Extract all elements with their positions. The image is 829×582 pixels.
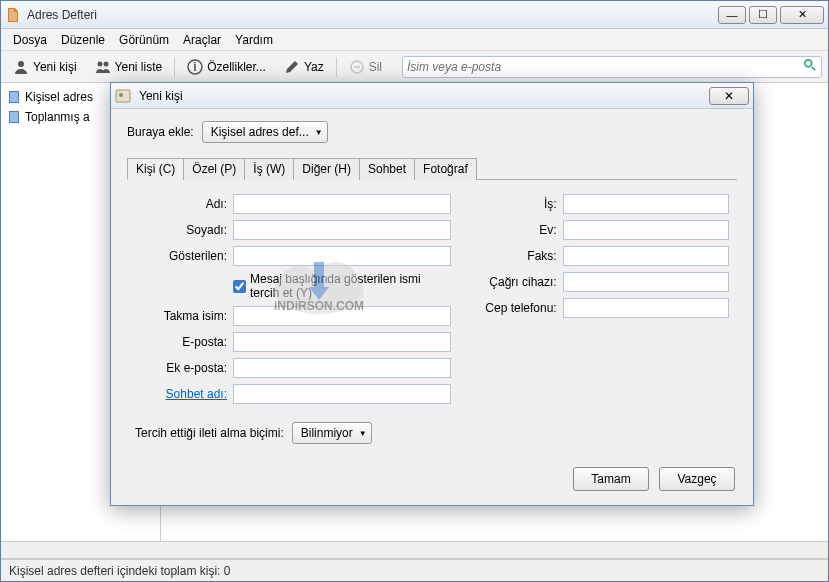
email2-label: Ek e-posta: — [135, 361, 227, 375]
svg-point-1 — [97, 61, 102, 66]
first-name-field[interactable] — [233, 194, 451, 214]
fax-field[interactable] — [563, 246, 729, 266]
search-box[interactable] — [402, 56, 822, 78]
work-phone-field[interactable] — [563, 194, 729, 214]
menu-file[interactable]: Dosya — [7, 31, 53, 49]
prefer-display-checkbox[interactable] — [233, 280, 246, 293]
delete-button[interactable]: Sil — [343, 57, 388, 77]
write-label: Yaz — [304, 60, 324, 74]
last-name-field[interactable] — [233, 220, 451, 240]
new-contact-button[interactable]: Yeni kişi — [7, 57, 83, 77]
status-text: Kişisel adres defteri içindeki toplam ki… — [9, 564, 230, 578]
svg-rect-11 — [116, 90, 130, 102]
tab-work[interactable]: İş (W) — [244, 158, 294, 180]
main-titlebar: Adres Defteri — ☐ ✕ — [1, 1, 828, 29]
form-area: Adı: Soyadı: Gösterilen: Mesaj başlığınd… — [127, 180, 737, 412]
dialog-titlebar: Yeni kişi ✕ — [111, 83, 753, 109]
minimize-button[interactable]: — — [718, 6, 746, 24]
window-title: Adres Defteri — [27, 8, 718, 22]
tabs: Kişi (C) Özel (P) İş (W) Diğer (H) Sohbe… — [127, 157, 737, 180]
last-name-label: Soyadı: — [135, 223, 227, 237]
sidebar-item-label: Kişisel adres — [25, 90, 93, 104]
format-row: Tercih ettiği ileti alma biçimi: Bilinmi… — [135, 422, 737, 444]
maximize-button[interactable]: ☐ — [749, 6, 777, 24]
ok-button[interactable]: Tamam — [573, 467, 649, 491]
write-button[interactable]: Yaz — [278, 57, 330, 77]
cancel-button[interactable]: Vazgeç — [659, 467, 735, 491]
delete-label: Sil — [369, 60, 382, 74]
properties-label: Özellikler... — [207, 60, 266, 74]
home-phone-label: Ev: — [471, 223, 557, 237]
svg-point-6 — [805, 60, 812, 67]
nickname-field[interactable] — [233, 306, 451, 326]
tab-other[interactable]: Diğer (H) — [293, 158, 360, 180]
chat-name-label[interactable]: Sohbet adı: — [135, 387, 227, 401]
new-list-button[interactable]: Yeni liste — [89, 57, 169, 77]
display-name-label: Gösterilen: — [135, 249, 227, 263]
tab-contact[interactable]: Kişi (C) — [127, 158, 184, 180]
format-dropdown[interactable]: Bilinmiyor ▼ — [292, 422, 372, 444]
pencil-icon — [284, 59, 300, 75]
people-icon — [95, 59, 111, 75]
right-column: İş: Ev: Faks: Çağrı cihazı: Cep telefonu… — [471, 194, 729, 404]
new-contact-label: Yeni kişi — [33, 60, 77, 74]
svg-point-12 — [119, 93, 123, 97]
separator — [174, 57, 175, 77]
chat-name-field[interactable] — [233, 384, 451, 404]
info-icon: i — [187, 59, 203, 75]
search-input[interactable] — [407, 60, 803, 74]
new-contact-dialog: Yeni kişi ✕ Buraya ekle: Kişisel adres d… — [110, 82, 754, 506]
format-label: Tercih ettiği ileti alma biçimi: — [135, 426, 284, 440]
properties-button[interactable]: i Özellikler... — [181, 57, 272, 77]
add-to-dropdown[interactable]: Kişisel adres def... ▼ — [202, 121, 328, 143]
window-controls: — ☐ ✕ — [718, 6, 824, 24]
book-icon — [7, 110, 21, 124]
contact-icon — [115, 88, 131, 104]
work-phone-label: İş: — [471, 197, 557, 211]
add-to-row: Buraya ekle: Kişisel adres def... ▼ — [127, 121, 737, 143]
search-icon[interactable] — [803, 58, 817, 75]
dialog-title: Yeni kişi — [139, 89, 709, 103]
person-icon — [13, 59, 29, 75]
mobile-label: Cep telefonu: — [471, 301, 557, 315]
add-to-label: Buraya ekle: — [127, 125, 194, 139]
separator — [336, 57, 337, 77]
pager-label: Çağrı cihazı: — [471, 275, 557, 289]
add-to-value: Kişisel adres def... — [211, 125, 309, 139]
tab-chat[interactable]: Sohbet — [359, 158, 415, 180]
format-value: Bilinmiyor — [301, 426, 353, 440]
menu-view[interactable]: Görünüm — [113, 31, 175, 49]
delete-icon — [349, 59, 365, 75]
first-name-label: Adı: — [135, 197, 227, 211]
email-field[interactable] — [233, 332, 451, 352]
email-label: E-posta: — [135, 335, 227, 349]
menu-help[interactable]: Yardım — [229, 31, 279, 49]
pager-field[interactable] — [563, 272, 729, 292]
menu-edit[interactable]: Düzenle — [55, 31, 111, 49]
svg-rect-10 — [10, 112, 18, 122]
dialog-close-button[interactable]: ✕ — [709, 87, 749, 105]
svg-text:i: i — [194, 60, 197, 74]
home-phone-field[interactable] — [563, 220, 729, 240]
display-name-field[interactable] — [233, 246, 451, 266]
dialog-buttons: Tamam Vazgeç — [573, 467, 735, 491]
new-list-label: Yeni liste — [115, 60, 163, 74]
close-button[interactable]: ✕ — [780, 6, 824, 24]
chevron-down-icon: ▼ — [315, 128, 323, 137]
statusbar: Kişisel adres defteri içindeki toplam ki… — [1, 559, 828, 581]
left-column: Adı: Soyadı: Gösterilen: Mesaj başlığınd… — [135, 194, 451, 404]
book-icon — [7, 90, 21, 104]
svg-point-2 — [103, 61, 108, 66]
mobile-field[interactable] — [563, 298, 729, 318]
fax-label: Faks: — [471, 249, 557, 263]
svg-point-0 — [18, 61, 24, 67]
prefer-display-label: Mesaj başlığında gösterilen ismi tercih … — [250, 272, 451, 300]
app-icon — [5, 7, 21, 23]
sidebar-item-label: Toplanmış a — [25, 110, 90, 124]
tab-photo[interactable]: Fotoğraf — [414, 158, 477, 180]
menubar: Dosya Düzenle Görünüm Araçlar Yardım — [1, 29, 828, 51]
tab-private[interactable]: Özel (P) — [183, 158, 245, 180]
menu-tools[interactable]: Araçlar — [177, 31, 227, 49]
pane-divider[interactable] — [1, 541, 828, 559]
email2-field[interactable] — [233, 358, 451, 378]
